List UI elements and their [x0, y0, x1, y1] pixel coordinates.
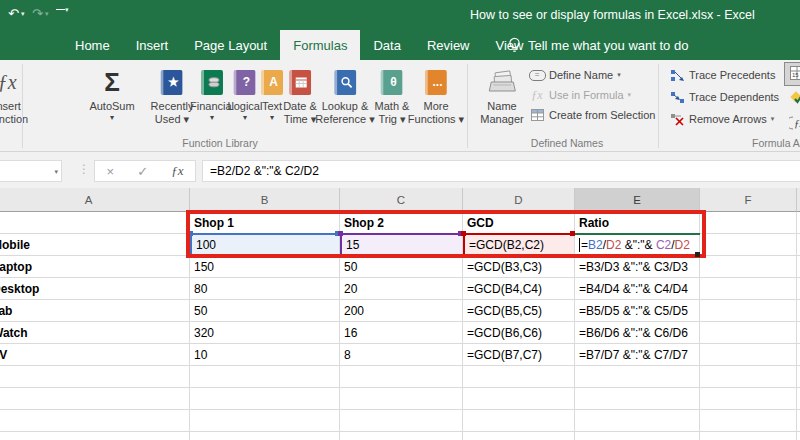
text-button[interactable]: AText▾: [261, 64, 283, 122]
tab-formulas[interactable]: Formulas: [280, 30, 360, 60]
name-box[interactable]: ▾: [0, 160, 62, 182]
cell-B9[interactable]: [190, 388, 340, 410]
date-time-button[interactable]: Date &Time ▾: [283, 64, 317, 126]
cell-E9[interactable]: [575, 388, 700, 410]
cell-D4[interactable]: =GCD(B4,C4): [463, 278, 575, 300]
cell-F1[interactable]: [700, 212, 797, 234]
cell-C1[interactable]: Shop 2: [340, 212, 463, 234]
cell-D2[interactable]: =GCD(B2,C2): [463, 234, 575, 256]
range-handle[interactable]: [570, 231, 575, 236]
cell-B6[interactable]: 320: [190, 322, 340, 344]
cell-B1[interactable]: Shop 1: [190, 212, 340, 234]
cell-E6[interactable]: =B6/D6 &":"& C6/D6: [575, 322, 700, 344]
cell-E8[interactable]: [575, 366, 700, 388]
name-box-dropdown-icon[interactable]: ▾: [54, 168, 58, 176]
evaluate-formula-button[interactable]: ƒx: [784, 112, 800, 136]
insert-function-button[interactable]: ƒx Insert Function: [0, 64, 28, 126]
cell-C7[interactable]: 8: [340, 344, 463, 366]
customize-quick-access-icon[interactable]: ▾: [56, 6, 69, 14]
cell-F11[interactable]: [700, 432, 797, 440]
range-handle[interactable]: [338, 231, 343, 236]
cell-B7[interactable]: 10: [190, 344, 340, 366]
cell-D11[interactable]: [463, 432, 575, 440]
cell-A5[interactable]: Tab: [0, 300, 190, 322]
cell-F7[interactable]: [700, 344, 797, 366]
cell-E1[interactable]: Ratio: [575, 212, 700, 234]
autosum-button[interactable]: ΣAutoSum▾: [89, 64, 134, 122]
cell-E3[interactable]: =B3/D3 &":"& C3/D3: [575, 256, 700, 278]
cell-E10[interactable]: [575, 410, 700, 432]
cell-A7[interactable]: TV: [0, 344, 190, 366]
define-name-button[interactable]: =Define Name▾: [528, 66, 621, 84]
cell-A6[interactable]: Watch: [0, 322, 190, 344]
cell-C6[interactable]: 16: [340, 322, 463, 344]
formula-bar-resize-handle[interactable]: ⋮: [78, 162, 90, 176]
cell-A9[interactable]: [0, 388, 190, 410]
more-functions-button[interactable]: ...MoreFunctions ▾: [408, 64, 464, 126]
column-header-E[interactable]: E: [575, 188, 700, 212]
cell-C10[interactable]: [340, 410, 463, 432]
formula-input[interactable]: =B2/D2 &":"& C2/D2: [202, 160, 800, 182]
trace-dependents-button[interactable]: Trace Dependents: [668, 88, 779, 106]
cell-B4[interactable]: 80: [190, 278, 340, 300]
cell-B2[interactable]: 100: [190, 234, 340, 256]
cell-C11[interactable]: [340, 432, 463, 440]
cell-E2[interactable]: =B2/D2 &":"& C2/D2: [575, 234, 700, 256]
cell-D9[interactable]: [463, 388, 575, 410]
cell-F8[interactable]: [700, 366, 797, 388]
column-header-F[interactable]: F: [700, 188, 797, 212]
logical-button[interactable]: ?Logical▾: [228, 64, 263, 122]
redo-icon[interactable]: ↷▾: [32, 6, 48, 21]
cell-F9[interactable]: [700, 388, 797, 410]
range-handle[interactable]: [188, 231, 193, 236]
cell-C5[interactable]: 200: [340, 300, 463, 322]
name-manager-button[interactable]: Name Manager: [480, 64, 523, 126]
cell-F4[interactable]: [700, 278, 797, 300]
column-header-B[interactable]: B: [190, 188, 340, 212]
cell-A8[interactable]: [0, 366, 190, 388]
cell-C2[interactable]: 15: [340, 234, 463, 256]
cell-D6[interactable]: =GCD(B6,C6): [463, 322, 575, 344]
cell-D7[interactable]: =GCD(B7,C7): [463, 344, 575, 366]
cell-F6[interactable]: [700, 322, 797, 344]
cell-C8[interactable]: [340, 366, 463, 388]
cell-B11[interactable]: [190, 432, 340, 440]
cell-A10[interactable]: [0, 410, 190, 432]
undo-icon[interactable]: ↶▾: [8, 6, 24, 21]
cell-B5[interactable]: 50: [190, 300, 340, 322]
cell-C9[interactable]: [340, 388, 463, 410]
show-formulas-button[interactable]: 15: [784, 62, 800, 86]
tab-review[interactable]: Review: [414, 30, 483, 60]
cell-F10[interactable]: [700, 410, 797, 432]
cell-C4[interactable]: 20: [340, 278, 463, 300]
tab-insert[interactable]: Insert: [123, 30, 182, 60]
cell-A11[interactable]: [0, 432, 190, 440]
tab-page-layout[interactable]: Page Layout: [181, 30, 280, 60]
cell-B3[interactable]: 150: [190, 256, 340, 278]
cell-E5[interactable]: =B5/D5 &":"& C5/D5: [575, 300, 700, 322]
cell-C3[interactable]: 50: [340, 256, 463, 278]
tab-home[interactable]: Home: [62, 30, 123, 60]
cell-E11[interactable]: [575, 432, 700, 440]
cell-A1[interactable]: [0, 212, 190, 234]
cell-D5[interactable]: =GCD(B5,C5): [463, 300, 575, 322]
cell-D3[interactable]: =GCD(B3,C3): [463, 256, 575, 278]
trace-precedents-button[interactable]: Trace Precedents: [668, 66, 775, 84]
cell-D1[interactable]: GCD: [463, 212, 575, 234]
remove-arrows-button[interactable]: Remove Arrows▾: [668, 110, 774, 128]
cell-F3[interactable]: [700, 256, 797, 278]
cell-D10[interactable]: [463, 410, 575, 432]
column-header-D[interactable]: D: [463, 188, 575, 212]
create-from-selection-button[interactable]: Create from Selection: [528, 106, 655, 124]
error-checking-button[interactable]: [784, 87, 800, 111]
math-trig-button[interactable]: θMath &Trig ▾: [375, 64, 410, 126]
cell-A2[interactable]: Mobile: [0, 234, 190, 256]
cell-A3[interactable]: Laptop: [0, 256, 190, 278]
cell-E4[interactable]: =B4/D4 &":"& C4/D4: [575, 278, 700, 300]
cell-B10[interactable]: [190, 410, 340, 432]
cell-E7[interactable]: =B7/D7 &":"& C7/D7: [575, 344, 700, 366]
enter-button[interactable]: ✓: [137, 164, 148, 179]
range-handle[interactable]: [461, 231, 466, 236]
insert-function-fx-button[interactable]: ƒx: [171, 163, 183, 179]
cell-D8[interactable]: [463, 366, 575, 388]
